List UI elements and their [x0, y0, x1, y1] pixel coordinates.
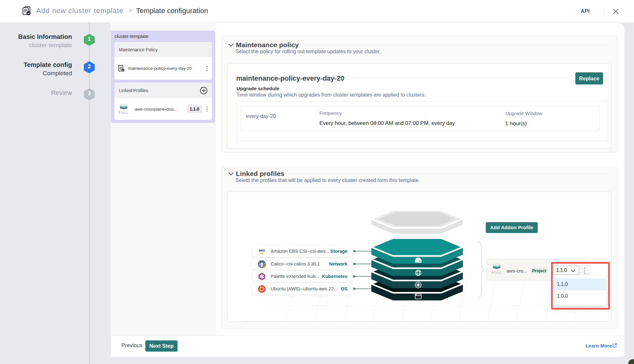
- svg-text:aws: aws: [259, 249, 265, 252]
